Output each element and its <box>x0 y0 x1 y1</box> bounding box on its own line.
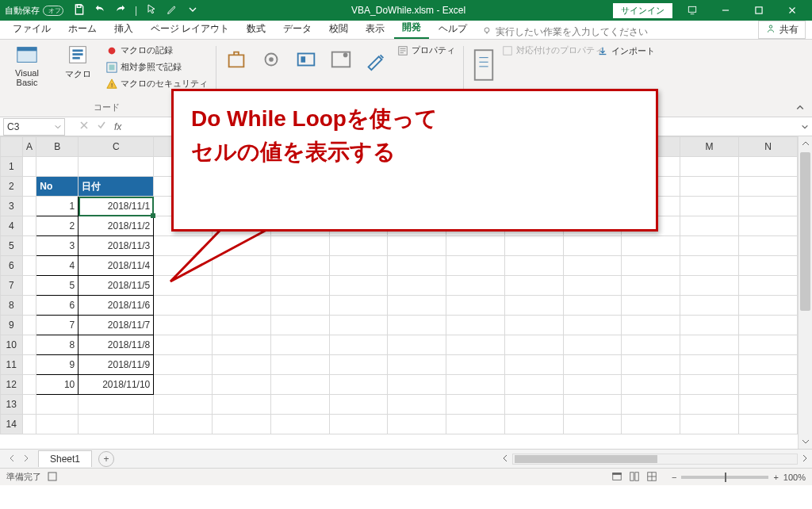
macro-button[interactable]: マクロ <box>56 43 100 80</box>
row-header[interactable]: 7 <box>1 276 23 296</box>
tab-review[interactable]: 校閲 <box>321 19 356 39</box>
cell[interactable]: 1 <box>36 197 79 216</box>
insert-controls-icon[interactable] <box>329 48 353 71</box>
cell[interactable] <box>504 276 563 296</box>
ribbon-options-icon[interactable] <box>679 1 706 20</box>
cell[interactable] <box>22 316 36 335</box>
cell[interactable] <box>504 296 563 316</box>
horizontal-scrollbar[interactable] <box>114 454 812 465</box>
cell[interactable]: 2018/11/5 <box>79 276 154 296</box>
tab-data[interactable]: データ <box>275 19 320 39</box>
cell[interactable] <box>739 395 798 415</box>
page-break-view-icon[interactable] <box>646 471 657 484</box>
cell[interactable]: 3 <box>36 236 79 256</box>
cell[interactable] <box>446 276 505 296</box>
cell[interactable] <box>622 355 680 375</box>
cell[interactable] <box>79 415 154 434</box>
zoom-out-icon[interactable]: − <box>672 473 676 482</box>
cell[interactable]: 2018/11/3 <box>79 236 154 256</box>
cell[interactable] <box>22 375 36 395</box>
cell[interactable]: 10 <box>36 375 79 395</box>
sheet-tab[interactable]: Sheet1 <box>38 450 92 467</box>
cell[interactable]: 7 <box>36 316 79 335</box>
accept-formula-icon[interactable] <box>97 121 106 132</box>
cell[interactable] <box>563 375 622 395</box>
signin-button[interactable]: サインイン <box>613 3 672 18</box>
cell[interactable] <box>388 395 446 415</box>
qat-dropdown-icon[interactable] <box>186 3 199 18</box>
cell[interactable] <box>680 157 739 177</box>
cell[interactable] <box>213 296 271 316</box>
cell[interactable]: 2018/11/2 <box>79 216 154 236</box>
cell[interactable] <box>329 276 388 296</box>
save-icon[interactable] <box>73 3 86 18</box>
cell[interactable]: No <box>36 177 79 197</box>
cell[interactable] <box>329 395 388 415</box>
cell[interactable] <box>329 256 388 276</box>
normal-view-icon[interactable] <box>611 471 622 484</box>
cell[interactable] <box>446 316 505 335</box>
cell[interactable]: 5 <box>36 276 79 296</box>
tab-home[interactable]: ホーム <box>60 19 105 39</box>
macro-security-button[interactable]: !マクロのセキュリティ <box>106 78 208 90</box>
cell[interactable] <box>563 276 622 296</box>
cell[interactable] <box>446 355 505 375</box>
maximize-icon[interactable] <box>745 1 772 20</box>
scroll-right-icon[interactable] <box>801 454 809 465</box>
scroll-thumb[interactable] <box>800 152 810 311</box>
tab-formula[interactable]: 数式 <box>239 19 274 39</box>
cell[interactable] <box>504 256 563 276</box>
cell[interactable] <box>563 355 622 375</box>
cell[interactable] <box>739 415 798 434</box>
minimize-icon[interactable] <box>712 1 739 20</box>
cell[interactable] <box>622 236 680 256</box>
row-header[interactable]: 14 <box>1 415 23 434</box>
cell[interactable] <box>504 316 563 335</box>
cell[interactable] <box>36 395 79 415</box>
cell[interactable] <box>504 355 563 375</box>
cell[interactable] <box>22 256 36 276</box>
zoom-slider[interactable] <box>681 476 768 479</box>
cell[interactable] <box>504 236 563 256</box>
cell[interactable] <box>22 296 36 316</box>
com-addin-icon[interactable] <box>294 48 318 71</box>
cell[interactable] <box>563 316 622 335</box>
cell[interactable] <box>563 296 622 316</box>
cell[interactable] <box>154 375 213 395</box>
row-header[interactable]: 4 <box>1 216 23 236</box>
cell[interactable] <box>739 276 798 296</box>
addin-icon[interactable] <box>224 48 248 71</box>
cell[interactable] <box>739 355 798 375</box>
relative-ref-button[interactable]: 相対参照で記録 <box>106 61 208 73</box>
collapse-ribbon-button[interactable] <box>793 101 807 115</box>
cell[interactable] <box>563 395 622 415</box>
design-mode-icon[interactable] <box>364 48 388 71</box>
cell[interactable] <box>270 276 329 296</box>
cell[interactable] <box>154 316 213 335</box>
tab-insert[interactable]: 挿入 <box>106 19 141 39</box>
cell[interactable] <box>213 316 271 335</box>
cell[interactable] <box>680 355 739 375</box>
visual-basic-button[interactable]: Visual Basic <box>5 43 49 87</box>
scroll-down-icon[interactable] <box>799 434 812 449</box>
cell[interactable]: 2018/11/8 <box>79 335 154 355</box>
row-header[interactable]: 2 <box>1 177 23 197</box>
row-header[interactable]: 5 <box>1 236 23 256</box>
cell[interactable] <box>22 236 36 256</box>
cell[interactable] <box>154 355 213 375</box>
fx-icon[interactable]: fx <box>114 121 121 132</box>
cell[interactable] <box>680 276 739 296</box>
tab-developer[interactable]: 開発 <box>394 17 429 39</box>
cell[interactable] <box>329 355 388 375</box>
cell[interactable] <box>388 355 446 375</box>
cell[interactable] <box>79 395 154 415</box>
cell[interactable] <box>622 395 680 415</box>
page-layout-view-icon[interactable] <box>629 471 640 484</box>
cell[interactable] <box>270 236 329 256</box>
cell[interactable] <box>22 216 36 236</box>
close-icon[interactable] <box>779 1 806 20</box>
scroll-left-icon[interactable] <box>501 454 509 465</box>
tab-file[interactable]: ファイル <box>5 19 59 39</box>
cell[interactable] <box>270 355 329 375</box>
cell[interactable]: 2018/11/9 <box>79 355 154 375</box>
